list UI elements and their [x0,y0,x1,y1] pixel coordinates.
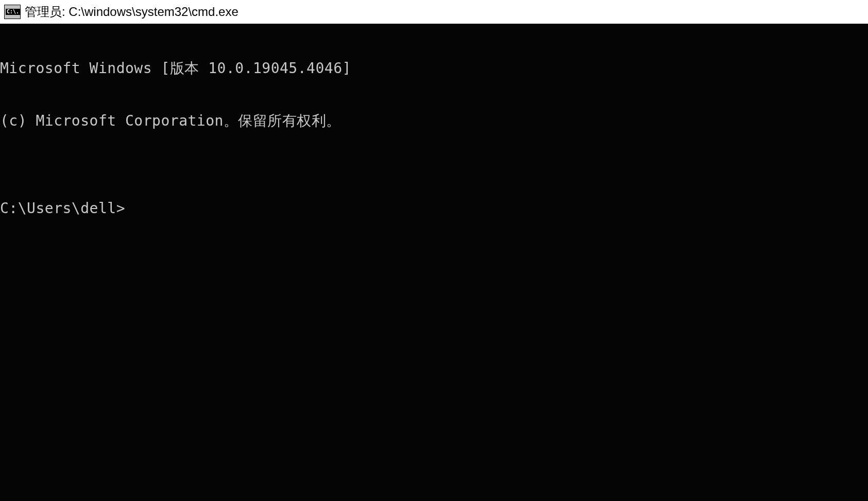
terminal-area[interactable]: Microsoft Windows [版本 10.0.19045.4046] (… [0,24,868,501]
cmd-icon: C:\. [4,5,21,19]
terminal-prompt-line[interactable]: C:\Users\dell> [0,200,868,217]
cmd-icon-label: C:\. [6,9,20,15]
window-title: 管理员: C:\windows\system32\cmd.exe [25,4,239,20]
terminal-output-version: Microsoft Windows [版本 10.0.19045.4046] [0,60,868,77]
terminal-output-copyright: (c) Microsoft Corporation。保留所有权利。 [0,112,868,130]
window-titlebar[interactable]: C:\. 管理员: C:\windows\system32\cmd.exe [0,0,868,24]
terminal-prompt: C:\Users\dell> [0,200,125,217]
